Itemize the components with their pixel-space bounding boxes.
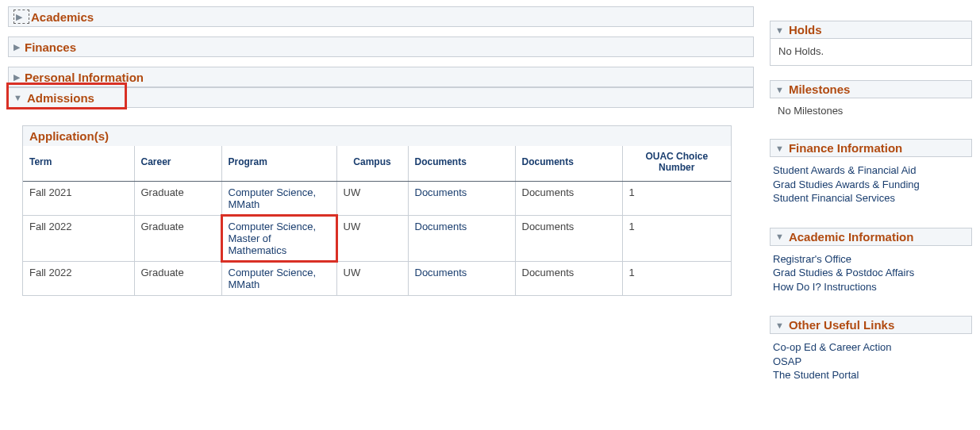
sidebar-academic-header[interactable]: ▼ Academic Information: [770, 228, 972, 246]
cell-term: Fall 2021: [23, 182, 134, 216]
holds-text: No Holds.: [778, 45, 824, 57]
cell-documents: Documents: [515, 262, 622, 296]
cell-documents: Documents: [515, 182, 622, 216]
cell-term: Fall 2022: [23, 216, 134, 262]
academic-link[interactable]: How Do I? Instructions: [773, 280, 964, 294]
th-campus: Campus: [336, 146, 408, 182]
sidebar-title: Other Useful Links: [789, 318, 894, 332]
other-link[interactable]: OSAP: [773, 355, 964, 369]
sidebar-title: Finance Information: [789, 141, 902, 155]
sidebar-milestones: ▼ Milestones No Milestones: [770, 80, 972, 125]
documents-link[interactable]: Documents: [415, 267, 467, 278]
sidebar-finance-header[interactable]: ▼ Finance Information: [770, 139, 972, 157]
academic-link[interactable]: Grad Studies & Postdoc Affairs: [773, 266, 964, 280]
triangle-down-icon: ▼: [775, 85, 784, 94]
applications-table: Term Career Program Campus Documents Doc…: [23, 146, 731, 295]
table-row: Fall 2021 Graduate Computer Science, MMa…: [23, 182, 731, 216]
sidebar-other: ▼ Other Useful Links Co-op Ed & Career A…: [770, 316, 972, 390]
other-link[interactable]: Co-op Ed & Career Action: [773, 340, 964, 355]
section-academics[interactable]: ▶ Academics: [8, 6, 754, 27]
sidebar-other-header[interactable]: ▼ Other Useful Links: [770, 316, 972, 334]
cell-ouac: 1: [622, 216, 731, 262]
th-term: Term: [23, 146, 134, 182]
section-admissions[interactable]: ▼ Admissions: [8, 87, 754, 108]
th-ouac: OUAC Choice Number: [622, 146, 731, 182]
sidebar-title: Academic Information: [789, 230, 914, 244]
applications-panel: Application(s) Term Career Program Campu…: [22, 125, 732, 296]
th-program: Program: [221, 146, 336, 182]
milestones-text: No Milestones: [778, 105, 843, 117]
sidebar-academic: ▼ Academic Information Registrar's Offic…: [770, 228, 972, 302]
triangle-right-icon: ▶: [13, 73, 20, 82]
triangle-right-icon: ▶: [13, 43, 20, 52]
sidebar-title: Milestones: [789, 83, 851, 96]
cell-campus: UW: [336, 216, 408, 262]
sidebar-holds-body: No Holds.: [770, 39, 972, 66]
finance-link[interactable]: Student Awards & Financial Aid: [773, 163, 964, 178]
sidebar-academic-body: Registrar's Office Grad Studies & Postdo…: [770, 246, 972, 302]
documents-link[interactable]: Documents: [415, 221, 467, 232]
th-career: Career: [134, 146, 221, 182]
program-link[interactable]: Computer Science, MMath: [229, 186, 317, 210]
triangle-down-icon: ▼: [775, 25, 784, 35]
focus-indicator: ▶: [13, 10, 29, 24]
program-link[interactable]: Computer Science, MMath: [229, 267, 317, 290]
th-documents: Documents: [408, 146, 515, 182]
section-label: Personal Information: [25, 71, 144, 84]
cell-career: Graduate: [134, 262, 221, 296]
sidebar-holds: ▼ Holds No Holds.: [770, 21, 972, 66]
cell-campus: UW: [336, 262, 408, 296]
finance-link[interactable]: Student Financial Services: [773, 191, 964, 205]
triangle-down-icon: ▼: [775, 321, 784, 330]
other-link[interactable]: The Student Portal: [773, 368, 964, 382]
cell-campus: UW: [336, 182, 408, 216]
program-link[interactable]: Computer Science, Master of Mathematics: [229, 221, 317, 256]
cell-career: Graduate: [134, 182, 221, 216]
section-label: Finances: [25, 40, 76, 54]
table-row: Fall 2022 Graduate Computer Science, Mas…: [23, 216, 731, 262]
section-finances[interactable]: ▶ Finances: [8, 36, 754, 57]
sidebar-other-body: Co-op Ed & Career Action OSAP The Studen…: [770, 334, 972, 390]
sidebar-milestones-header[interactable]: ▼ Milestones: [770, 80, 972, 98]
cell-term: Fall 2022: [23, 262, 134, 296]
th-documents: Documents: [515, 146, 622, 182]
section-personal[interactable]: ▶ Personal Information: [8, 67, 754, 87]
finance-link[interactable]: Grad Studies Awards & Funding: [773, 178, 964, 192]
triangle-down-icon: ▼: [775, 232, 784, 241]
table-row: Fall 2022 Graduate Computer Science, MMa…: [23, 262, 731, 296]
applications-title: Application(s): [23, 126, 731, 146]
cell-documents: Documents: [515, 216, 622, 262]
triangle-down-icon: ▼: [13, 94, 22, 102]
section-label: Admissions: [27, 91, 94, 105]
academic-link[interactable]: Registrar's Office: [773, 252, 964, 267]
documents-link[interactable]: Documents: [415, 186, 467, 198]
sidebar-title: Holds: [789, 23, 822, 36]
cell-ouac: 1: [622, 182, 731, 216]
triangle-right-icon: ▶: [16, 13, 22, 21]
section-label: Academics: [31, 10, 94, 24]
sidebar-finance: ▼ Finance Information Student Awards & F…: [770, 139, 972, 213]
cell-career: Graduate: [134, 216, 221, 262]
table-header-row: Term Career Program Campus Documents Doc…: [23, 146, 731, 182]
triangle-down-icon: ▼: [775, 144, 784, 153]
sidebar-milestones-body: No Milestones: [770, 98, 972, 125]
cell-ouac: 1: [622, 262, 731, 296]
sidebar-holds-header[interactable]: ▼ Holds: [770, 21, 972, 39]
sidebar-finance-body: Student Awards & Financial Aid Grad Stud…: [770, 157, 972, 213]
